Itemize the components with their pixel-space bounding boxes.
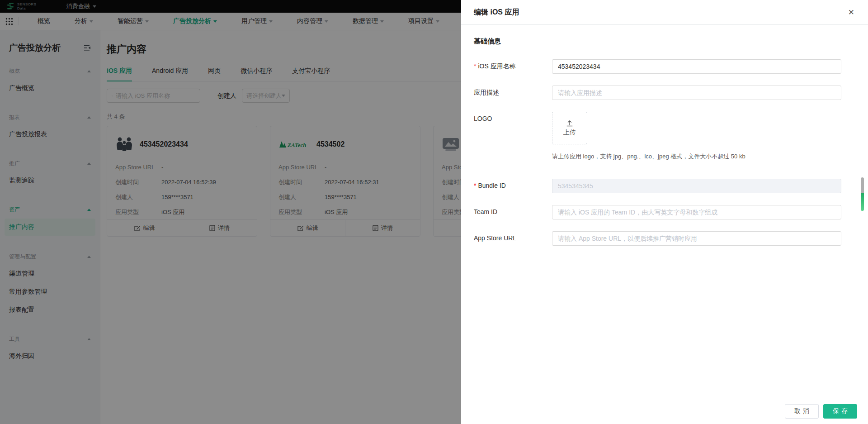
drawer-header: 编辑 iOS 应用 ✕	[461, 0, 868, 25]
drawer-title: 编辑 iOS 应用	[474, 8, 519, 17]
field-label: Bundle ID	[478, 182, 505, 189]
scrollbar-track	[861, 177, 864, 193]
form-row-app-store-url: App Store URL	[474, 231, 854, 246]
form-row-logo: LOGO 上传 请上传应用 logo，支持 jpg、png.、ico、jpeg …	[474, 112, 854, 161]
cancel-button[interactable]: 取消	[785, 404, 819, 419]
bundle-id-input	[552, 179, 841, 193]
field-label: 应用描述	[474, 86, 552, 100]
form-row-description: 应用描述	[474, 86, 854, 100]
team-id-input[interactable]	[552, 205, 841, 219]
save-button[interactable]: 保存	[823, 404, 857, 419]
screen: SENSORS Data 消费金融 概览 分析 智能运营 广告投放分析	[0, 0, 868, 424]
app-store-url-input[interactable]	[552, 231, 841, 246]
scrollbar-thumb[interactable]	[861, 193, 864, 211]
required-mark: *	[474, 182, 476, 189]
section-title: 基础信息	[474, 37, 854, 46]
form-row-team-id: Team ID	[474, 205, 854, 219]
scrollbar	[861, 177, 864, 211]
edit-ios-app-drawer: 编辑 iOS 应用 ✕ 基础信息 *iOS 应用名称 应用描述 LOGO	[461, 0, 868, 424]
field-label: Team ID	[474, 205, 552, 219]
close-icon[interactable]: ✕	[848, 9, 854, 16]
app-name-input[interactable]	[552, 59, 841, 74]
required-mark: *	[474, 62, 476, 70]
field-label: App Store URL	[474, 231, 552, 246]
drawer-footer: 取消 保存	[461, 398, 868, 424]
form-row-app-name: *iOS 应用名称	[474, 59, 854, 74]
upload-label: 上传	[563, 129, 576, 137]
upload-icon	[566, 120, 573, 127]
logo-upload-hint: 请上传应用 logo，支持 jpg、png.、ico、jpeg 格式，文件大小不…	[552, 152, 745, 161]
description-input[interactable]	[552, 86, 841, 100]
field-label: LOGO	[474, 112, 552, 161]
logo-upload-button[interactable]: 上传	[552, 112, 587, 144]
form-row-bundle-id: *Bundle ID	[474, 179, 854, 193]
field-label: iOS 应用名称	[478, 62, 515, 70]
drawer-body: 基础信息 *iOS 应用名称 应用描述 LOGO 上传	[461, 25, 868, 398]
